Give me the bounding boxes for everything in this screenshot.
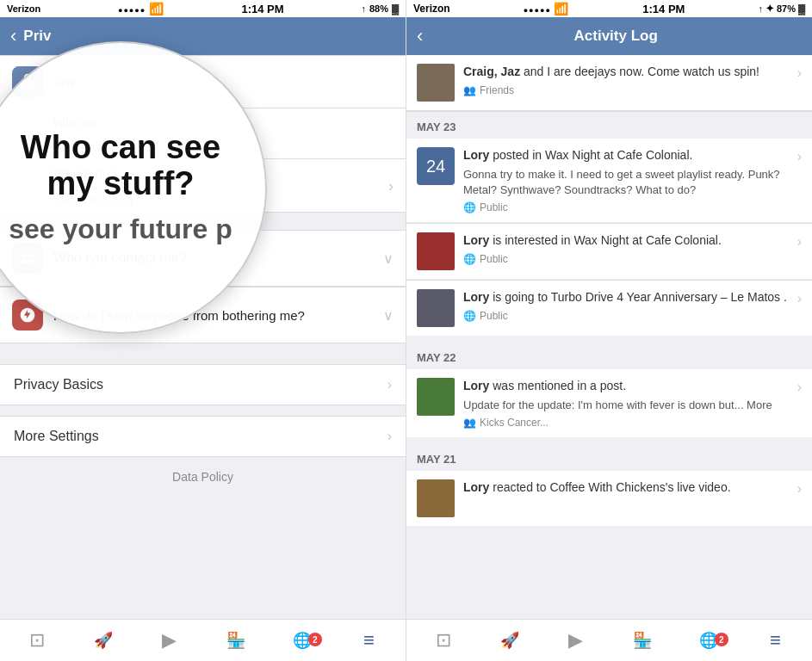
- left-tab-play[interactable]: ▶: [136, 629, 202, 652]
- lory-thumb-1: [417, 232, 455, 270]
- right-tab-news[interactable]: ⊡: [410, 629, 476, 652]
- right-status-right: ↑ ✦ 87% ▓: [758, 3, 805, 15]
- lory-meta-may22: 👥 Kicks Cancer...: [463, 417, 789, 429]
- lory-chevron-0: ›: [797, 149, 802, 164]
- date-header-may21: MAY 21: [406, 444, 812, 471]
- data-policy-link[interactable]: Data Policy: [0, 458, 406, 496]
- lory-body-may21: Lory reacted to Coffee With Chickens's l…: [463, 479, 789, 497]
- left-tab-discover-icon: 🚀: [94, 631, 113, 650]
- lory-meta-2: 🌐 Public: [463, 310, 789, 322]
- right-tab-store[interactable]: 🏪: [610, 631, 676, 650]
- globe-icon-1: 🌐: [463, 253, 476, 265]
- lory-body-may22: Lory was mentioned in a post. Update for…: [463, 378, 789, 429]
- left-tab-discover[interactable]: 🚀: [70, 631, 136, 650]
- lory-action-may21: reacted to Coffee With Chickens's live v…: [493, 480, 730, 494]
- date-header-may23: MAY 23: [406, 112, 812, 139]
- may21-section: Lory reacted to Coffee With Chickens's l…: [406, 471, 812, 526]
- kicks-icon: 👥: [463, 417, 476, 429]
- lory-visibility-1: Public: [480, 253, 508, 265]
- lory-name-may22: Lory: [463, 379, 489, 392]
- lory-text-0: Lory posted in Wax Night at Cafe Colonia…: [463, 147, 789, 164]
- lory-text-1: Lory is interested in Wax Night at Cafe …: [463, 232, 789, 250]
- left-carrier: Verizon: [7, 3, 40, 14]
- lory-body-2: Lory is going to Turbo Drive 4 Year Anni…: [463, 289, 789, 322]
- lory-thumb-0: 24: [417, 147, 455, 185]
- right-tab-menu[interactable]: ≡: [742, 629, 809, 652]
- left-battery-icon: ▓: [392, 3, 399, 14]
- left-wifi: ●●●●● 📶: [118, 2, 164, 15]
- lory-text-may22: Lory was mentioned in a post.: [463, 378, 789, 395]
- craig-meta: 👥 Friends: [463, 84, 789, 96]
- right-battery: 87%: [777, 3, 796, 14]
- right-back-button[interactable]: ‹: [417, 25, 423, 47]
- may23-item-0[interactable]: 24 Lory posted in Wax Night at Cafe Colo…: [406, 139, 812, 223]
- may23-item-2[interactable]: Lory is going to Turbo Drive 4 Year Anni…: [406, 281, 812, 336]
- lory-visibility-2: Public: [480, 310, 508, 322]
- craig-name: Craig, Jaz: [463, 65, 520, 78]
- lory-text-2: Lory is going to Turbo Drive 4 Year Anni…: [463, 289, 789, 306]
- lory-desc-0: Gonna try to make it. I need to get a sw…: [463, 167, 789, 198]
- right-battery-icon: ▓: [798, 3, 805, 14]
- stop-icon: [19, 306, 36, 324]
- right-tab-play[interactable]: ▶: [542, 629, 609, 652]
- right-nav-title: Activity Log: [430, 28, 802, 45]
- may22-section: Lory was mentioned in a post. Update for…: [406, 369, 812, 437]
- right-carrier: Verizon: [413, 3, 450, 15]
- may22-item-0[interactable]: Lory was mentioned in a post. Update for…: [406, 369, 812, 437]
- left-tab-bar: ⊡ 🚀 ▶ 🏪 🌐 2 ≡: [0, 619, 406, 661]
- privacy-basics-label: Privacy Basics: [14, 377, 103, 392]
- right-status-bar: Verizon ●●●●● 📶 1:14 PM ↑ ✦ 87% ▓: [406, 0, 812, 17]
- top-activity-item[interactable]: Craig, Jaz and I are deejays now. Come w…: [406, 55, 812, 111]
- right-tab-globe[interactable]: 🌐 2: [676, 631, 742, 650]
- left-tab-store-icon: 🏪: [226, 631, 245, 650]
- lory-chevron-may21: ›: [797, 481, 802, 497]
- right-tab-news-icon: ⊡: [436, 629, 451, 652]
- more-settings-chevron: ›: [387, 429, 392, 444]
- lory-name-2: Lory: [463, 290, 489, 304]
- left-tab-menu[interactable]: ≡: [336, 629, 402, 652]
- lory-name-0: Lory: [463, 148, 489, 162]
- lory-chevron-1: ›: [797, 234, 802, 250]
- right-bluetooth: ✦: [766, 3, 774, 15]
- left-tab-store[interactable]: 🏪: [203, 631, 270, 650]
- lory-action-2: is going to Turbo Drive 4 Year Anniversa…: [493, 290, 787, 304]
- left-panel: Verizon ●●●●● 📶 1:14 PM ↑ 88% ▓ ‹ Priv P…: [0, 0, 406, 661]
- craig-thumb: [417, 64, 455, 102]
- left-globe-badge: 2: [308, 633, 322, 646]
- may23-item-1[interactable]: Lory is interested in Wax Night at Cafe …: [406, 224, 812, 280]
- lory-thumb-may21: [417, 479, 455, 517]
- left-nav-bar: ‹ Priv: [0, 17, 406, 55]
- left-arrow: ↑: [361, 3, 366, 14]
- left-tab-news-icon: ⊡: [29, 629, 45, 652]
- lory-body-1: Lory is interested in Wax Night at Cafe …: [463, 232, 789, 265]
- may21-item-0[interactable]: Lory reacted to Coffee With Chickens's l…: [406, 471, 812, 526]
- right-tab-menu-icon: ≡: [770, 629, 781, 652]
- left-tab-globe[interactable]: 🌐 2: [270, 631, 336, 650]
- right-tab-bar: ⊡ 🚀 ▶ 🏪 🌐 2 ≡: [406, 619, 812, 661]
- more-settings-label: More Settings: [14, 429, 99, 444]
- right-tab-play-icon: ▶: [568, 629, 583, 652]
- right-arrow: ↑: [758, 3, 763, 14]
- craig-action: and I are deejays now. Come watch us spi…: [524, 65, 759, 78]
- lory-name-may21: Lory: [463, 480, 489, 494]
- left-tab-news[interactable]: ⊡: [3, 629, 70, 652]
- more-settings-row[interactable]: More Settings ›: [0, 416, 406, 457]
- date-header-may22: MAY 22: [406, 343, 812, 369]
- left-status-right: ↑ 88% ▓: [361, 3, 399, 14]
- globe-icon-2: 🌐: [463, 310, 476, 322]
- left-time: 1:14 PM: [241, 3, 283, 15]
- privacy-basics-row[interactable]: Privacy Basics ›: [0, 364, 406, 405]
- lory-visibility-0: Public: [480, 201, 508, 213]
- lory-name-1: Lory: [463, 233, 489, 247]
- lory-text-may21: Lory reacted to Coffee With Chickens's l…: [463, 479, 789, 497]
- left-status-bar: Verizon ●●●●● 📶 1:14 PM ↑ 88% ▓: [0, 0, 406, 17]
- lory-chevron-2: ›: [797, 291, 802, 306]
- globe-icon-0: 🌐: [463, 201, 476, 213]
- left-battery: 88%: [369, 3, 388, 14]
- lory-chevron-may22: ›: [797, 380, 802, 395]
- left-back-button[interactable]: ‹: [10, 25, 16, 47]
- craig-chevron: ›: [797, 65, 802, 81]
- lory-meta-1: 🌐 Public: [463, 253, 789, 265]
- right-tab-discover[interactable]: 🚀: [476, 631, 542, 650]
- privacy-basics-chevron: ›: [387, 377, 392, 392]
